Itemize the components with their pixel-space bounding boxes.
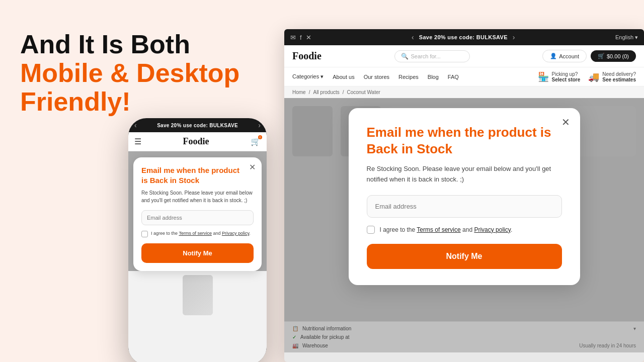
phone-promo-text: Save 20% use code: BULKSAVE — [157, 123, 238, 128]
breadcrumb-current: Coconut Water — [347, 89, 380, 95]
desktop-brand: Foodie — [292, 50, 321, 62]
phone-modal-description: Re Stocking Soon. Please leave your emai… — [141, 189, 254, 204]
phone-modal: ✕ Email me when the product is Back in S… — [133, 157, 262, 271]
desktop-language-selector[interactable]: English ▾ — [615, 34, 638, 41]
phone-topbar: ‹ Save 20% use code: BULKSAVE › — [128, 118, 267, 132]
desktop-breadcrumb: Home / All products / Coconut Water — [284, 86, 644, 98]
phone-modal-overlay: ✕ Email me when the product is Back in S… — [128, 151, 267, 271]
breadcrumb-all-products[interactable]: All products — [313, 89, 339, 95]
phone-brand: Foodie — [183, 136, 209, 147]
delivery-info: 🚚 Need delivery? See estimates — [588, 71, 636, 82]
desktop-topbar-arrow-right[interactable]: › — [513, 33, 515, 41]
nav-blog[interactable]: Blog — [428, 74, 439, 80]
desktop-modal-close-button[interactable]: ✕ — [561, 116, 570, 128]
desktop-account-button[interactable]: 👤 Account — [542, 50, 587, 62]
headline-line3: Friendly! — [20, 87, 262, 116]
nav-categories[interactable]: Categories ▾ — [292, 73, 324, 80]
delivery-icon: 🚚 — [588, 71, 599, 82]
phone-notify-button[interactable]: Notify Me — [141, 243, 254, 263]
pickup-icon: 🏪 — [538, 71, 549, 82]
phone-arrow-left[interactable]: ‹ — [134, 121, 137, 129]
cart-icon-wrapper[interactable]: 🛒 0 — [251, 137, 261, 146]
desktop-cart-button[interactable]: 🛒 $0.00 (0) — [591, 50, 636, 62]
desktop-topbar-arrow-left[interactable]: ‹ — [412, 33, 414, 41]
cart-badge-dot: 0 — [258, 135, 262, 139]
left-panel: And It Is Both Mobile & Desktop Friendly… — [20, 30, 262, 117]
desktop-checkbox-row: I agree to the Terms of service and Priv… — [367, 226, 562, 234]
desktop-modal-title: Email me when the product is Back in Sto… — [367, 124, 562, 157]
desktop-checkbox-label: I agree to the Terms of service and Priv… — [380, 226, 513, 233]
desktop-email-input[interactable] — [367, 195, 562, 218]
phone-product-image — [183, 275, 213, 315]
phone-arrow-right[interactable]: › — [258, 121, 261, 129]
desktop-secondary-nav: Categories ▾ About us Our stores Recipes… — [284, 67, 644, 86]
phone-modal-title: Email me when the product is Back in Sto… — [141, 165, 254, 185]
desktop-modal-overlay: ✕ Email me when the product is Back in S… — [284, 98, 644, 352]
desktop-cart-icon: 🛒 — [598, 53, 605, 59]
mobile-mockup: ‹ Save 20% use code: BULKSAVE › ☰ Foodie… — [128, 118, 267, 362]
nav-about-us[interactable]: About us — [333, 74, 354, 80]
phone-checkbox-row: I agree to the Terms of service and Priv… — [141, 230, 254, 237]
search-icon: 🔍 — [401, 53, 409, 60]
headline-line1: And It Is Both — [20, 30, 262, 59]
desktop-social-icons: ✉ f ✕ — [290, 34, 311, 41]
twitter-icon: ✕ — [306, 34, 311, 41]
phone-email-input[interactable] — [141, 210, 254, 225]
phone-checkbox-label: I agree to the Terms of service and Priv… — [151, 230, 251, 237]
headline-line2: Mobile & Desktop — [20, 59, 262, 87]
breadcrumb-home[interactable]: Home — [292, 89, 306, 95]
email-icon: ✉ — [290, 34, 296, 41]
breadcrumb-sep1: / — [309, 89, 310, 95]
phone-bottom-content — [128, 271, 267, 362]
desktop-search-bar[interactable]: 🔍 Search for... — [394, 50, 470, 62]
breadcrumb-sep2: / — [343, 89, 344, 95]
nav-recipes[interactable]: Recipes — [398, 74, 419, 80]
desktop-modal-description: Re Stocking Soon. Please leave your emai… — [367, 164, 562, 185]
chevron-down-icon: ▾ — [635, 34, 638, 41]
desktop-topbar: ✉ f ✕ ‹ Save 20% use code: BULKSAVE › En… — [284, 29, 644, 45]
desktop-promo-text: Save 20% use code: BULKSAVE — [419, 34, 508, 40]
desktop-notify-button[interactable]: Notify Me — [367, 244, 562, 269]
desktop-search-placeholder: Search for... — [411, 53, 441, 59]
desktop-terms-checkbox[interactable] — [367, 226, 375, 234]
pickup-info: 🏪 Picking up? Select store — [538, 71, 581, 82]
desktop-nav-actions: 👤 Account 🛒 $0.00 (0) — [542, 50, 636, 62]
phone-nav: ☰ Foodie 🛒 0 — [128, 132, 267, 151]
nav-faq[interactable]: FAQ — [448, 74, 459, 80]
hamburger-icon[interactable]: ☰ — [134, 137, 141, 146]
desktop-modal: ✕ Email me when the product is Back in S… — [349, 108, 580, 285]
nav-our-stores[interactable]: Our stores — [364, 74, 389, 80]
desktop-delivery-info: 🏪 Picking up? Select store 🚚 Need delive… — [538, 71, 636, 82]
desktop-content-area: 📋 Nutritional information ▾ ✓ Available … — [284, 98, 644, 352]
phone-terms-checkbox[interactable] — [141, 231, 148, 237]
account-icon: 👤 — [550, 53, 557, 59]
desktop-main-nav: Foodie 🔍 Search for... 👤 Account 🛒 $0.00… — [284, 45, 644, 67]
desktop-mockup: ✉ f ✕ ‹ Save 20% use code: BULKSAVE › En… — [284, 29, 644, 362]
phone-modal-close-button[interactable]: ✕ — [249, 162, 256, 172]
facebook-icon: f — [300, 34, 302, 41]
desktop-nav-links: Categories ▾ About us Our stores Recipes… — [292, 73, 459, 80]
